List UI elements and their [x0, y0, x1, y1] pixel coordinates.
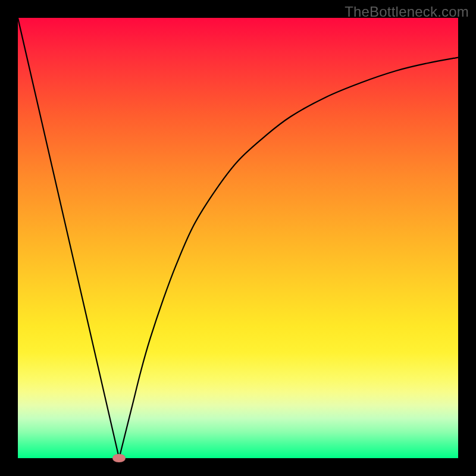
- curve-left-descent: [18, 18, 119, 458]
- curve-right-ascent: [119, 58, 458, 458]
- minimum-marker: [112, 454, 126, 462]
- plot-area: [18, 18, 458, 458]
- chart-frame: TheBottleneck.com: [0, 0, 476, 476]
- curve-layer: [18, 18, 458, 458]
